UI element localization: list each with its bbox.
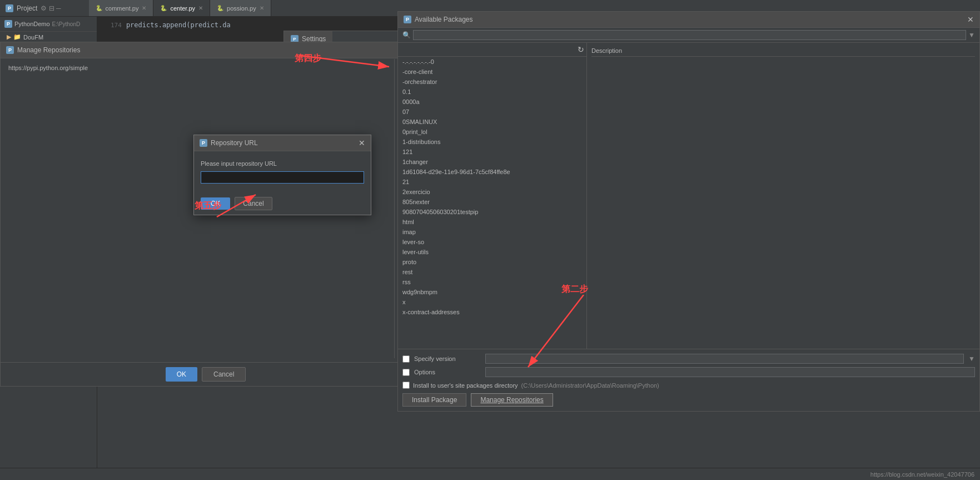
package-item[interactable]: lever-utils	[398, 247, 586, 257]
package-item[interactable]: 0SMALINUX	[398, 117, 586, 127]
package-item[interactable]: 1changer	[398, 157, 586, 167]
install-package-btn[interactable]: Install Package	[402, 393, 466, 407]
options-input[interactable]	[485, 367, 975, 377]
package-item[interactable]: imap	[398, 227, 586, 237]
dialog-input-label: Please input repository URL	[201, 160, 364, 167]
package-item[interactable]: x-contract-addresses	[398, 307, 586, 317]
dialog-title-label: Repository URL	[211, 139, 258, 147]
package-item[interactable]: -.-.-.-.-.-.-.-0	[398, 57, 586, 67]
packages-icon: P	[404, 16, 411, 23]
package-item[interactable]: -orchestrator	[398, 77, 586, 87]
package-item[interactable]: 0000a	[398, 97, 586, 107]
project-icon: P	[6, 4, 13, 12]
packages-header: P Available Packages ✕	[398, 12, 979, 28]
specify-version-row: Specify version ▼	[402, 354, 975, 364]
package-item[interactable]: 805nexter	[398, 197, 586, 207]
project-name: PythonDemo	[14, 21, 50, 27]
package-item[interactable]: -core-client	[398, 67, 586, 77]
packages-body: ↻ -.-.-.-.-.-.-.-0 -core-client -orchest…	[398, 43, 979, 349]
tab-close[interactable]: ✕	[142, 5, 146, 11]
manage-repos-icon: P	[6, 46, 14, 54]
package-item[interactable]: 2exercicio	[398, 187, 586, 197]
packages-title: Available Packages	[415, 16, 473, 23]
status-url: https://blog.csdn.net/weixin_42047706	[870, 471, 974, 478]
folder-icon2: 📁	[13, 33, 21, 41]
sidebar-project-header[interactable]: P PythonDemo E:\PythonD	[0, 17, 97, 32]
search-icon: 🔍	[402, 31, 411, 39]
package-item[interactable]: 07	[398, 107, 586, 117]
package-item[interactable]: 1d61084-d29e-11e9-96d1-7c5cf84ffe8e	[398, 167, 586, 177]
install-to-user-label: Install to user's site packages director…	[413, 382, 518, 389]
packages-title-area: P Available Packages	[404, 16, 473, 23]
tab-close[interactable]: ✕	[198, 5, 203, 11]
tab-comment-py[interactable]: 🐍 comment.py ✕	[89, 0, 154, 16]
manage-repos-title-bar: P Manage Repositories ✕	[1, 42, 411, 58]
dialog-ok-btn[interactable]: OK	[201, 197, 230, 210]
tab-label: comment.py	[106, 5, 139, 12]
install-to-user-row: Install to user's site packages director…	[402, 382, 975, 389]
package-item[interactable]: 0print_lol	[398, 127, 586, 137]
footer-buttons: Install Package Manage Repositories	[402, 393, 975, 407]
folder-name: DouFM	[23, 34, 43, 41]
search-bar: 🔍 ▼	[398, 28, 979, 43]
py-icon: 🐍	[160, 5, 167, 11]
dialog-title: P Repository URL	[200, 139, 258, 147]
manage-repos-title: P Manage Repositories	[6, 46, 80, 54]
manage-repos-cancel-btn[interactable]: Cancel	[202, 367, 246, 382]
manage-repositories-btn[interactable]: Manage Repositories	[471, 393, 553, 407]
package-item[interactable]: proto	[398, 257, 586, 267]
package-item[interactable]: x	[398, 297, 586, 307]
specify-version-label: Specify version	[414, 355, 481, 362]
package-item[interactable]: rss	[398, 277, 586, 287]
package-item[interactable]: html	[398, 217, 586, 227]
description-panel: Description	[587, 43, 979, 349]
repo-item[interactable]: https://pypi.python.org/simple	[5, 63, 406, 73]
install-options: Specify version ▼ Options	[402, 354, 975, 377]
packages-footer: Specify version ▼ Options Install to use…	[398, 349, 979, 411]
dialog-footer: OK Cancel	[194, 192, 371, 215]
options-label: Options	[414, 369, 481, 375]
dialog-close-btn[interactable]: ✕	[359, 138, 365, 147]
folder-icon: ▶	[7, 33, 11, 41]
install-to-user-checkbox[interactable]	[402, 382, 410, 389]
packages-list-header: ↻	[398, 43, 586, 57]
sidebar-folder-doufm[interactable]: ▶ 📁 DouFM	[0, 32, 97, 42]
manage-repos-title-label: Manage Repositories	[17, 46, 80, 54]
options-checkbox[interactable]	[402, 369, 410, 376]
specify-version-checkbox[interactable]	[402, 355, 410, 363]
packages-close-btn[interactable]: ✕	[967, 15, 974, 24]
tab-center-py[interactable]: 🐍 center.py ✕	[153, 0, 210, 16]
packages-list[interactable]: ↻ -.-.-.-.-.-.-.-0 -core-client -orchest…	[398, 43, 587, 349]
package-item[interactable]: 0.1	[398, 87, 586, 97]
install-to-user-path: (C:\Users\Administrator\AppData\Roaming\…	[521, 382, 659, 389]
manage-repos-ok-btn[interactable]: OK	[166, 367, 197, 382]
package-item[interactable]: wdg9nbmpm	[398, 287, 586, 297]
status-bar: https://blog.csdn.net/weixin_42047706	[0, 468, 980, 480]
dialog-body: Please input repository URL	[194, 151, 371, 192]
search-dropdown-icon: ▼	[968, 31, 975, 39]
package-item[interactable]: rest	[398, 267, 586, 277]
repository-url-input[interactable]	[201, 171, 364, 184]
package-item[interactable]: 21	[398, 177, 586, 187]
project-menu[interactable]: P Project ⚙ ⊟ ─	[0, 4, 67, 12]
package-item[interactable]: 90807040506030201testpip	[398, 207, 586, 217]
package-item[interactable]: 121	[398, 147, 586, 157]
tab-possion-py[interactable]: 🐍 possion.py ✕	[210, 0, 271, 16]
search-input[interactable]	[413, 30, 966, 40]
tab-close[interactable]: ✕	[260, 5, 264, 11]
version-dropdown-icon[interactable]: ▼	[968, 355, 975, 363]
package-item[interactable]: 1-distributions	[398, 137, 586, 147]
description-label: Description	[591, 47, 975, 57]
dialog-cancel-btn[interactable]: Cancel	[235, 197, 272, 210]
options-row: Options	[402, 367, 975, 377]
tab-label: possion.py	[227, 5, 256, 12]
package-item[interactable]: lever-so	[398, 237, 586, 247]
manage-repos-footer: OK Cancel	[1, 362, 411, 386]
dialog-icon: P	[200, 139, 207, 147]
dialog-title-bar: P Repository URL ✕	[194, 135, 371, 151]
available-packages-window: P Available Packages ✕ 🔍 ▼ ↻ -.-.-.-.-.-…	[397, 11, 980, 412]
project-label: Project	[17, 4, 37, 12]
refresh-btn[interactable]: ↻	[578, 45, 584, 54]
specify-version-input[interactable]	[485, 354, 964, 364]
repository-url-dialog: P Repository URL ✕ Please input reposito…	[193, 135, 371, 215]
